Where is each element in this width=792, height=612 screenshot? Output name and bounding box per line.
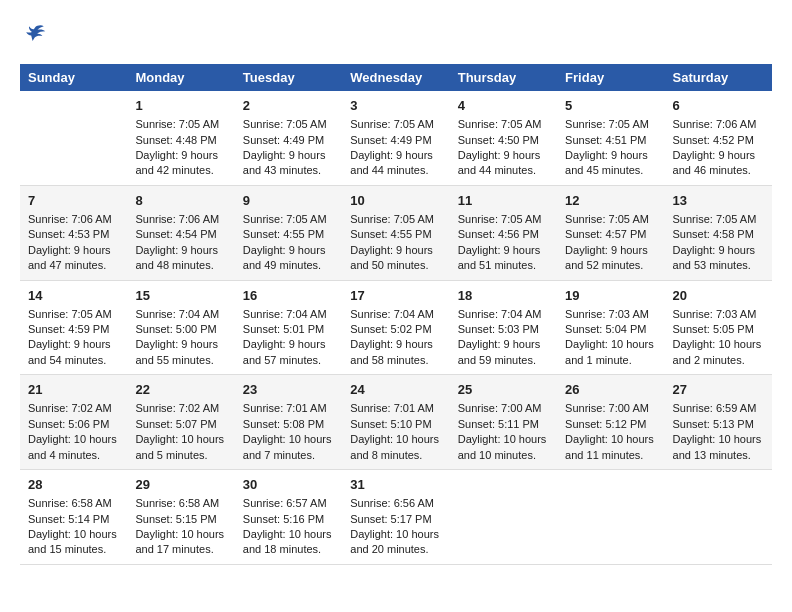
day-number: 26 [565,381,656,399]
daylight-text: Daylight: 9 hours and 52 minutes. [565,243,656,274]
day-number: 24 [350,381,441,399]
daylight-text: Daylight: 10 hours and 5 minutes. [135,432,226,463]
sunrise-text: Sunrise: 7:00 AM [565,401,656,416]
calendar-cell: 30Sunrise: 6:57 AMSunset: 5:16 PMDayligh… [235,470,342,565]
daylight-text: Daylight: 9 hours and 44 minutes. [458,148,549,179]
sunset-text: Sunset: 5:17 PM [350,512,441,527]
day-number: 27 [673,381,764,399]
daylight-text: Daylight: 9 hours and 54 minutes. [28,337,119,368]
day-number: 11 [458,192,549,210]
calendar-cell [20,91,127,185]
sunrise-text: Sunrise: 7:05 AM [350,117,441,132]
sunrise-text: Sunrise: 7:06 AM [135,212,226,227]
daylight-text: Daylight: 9 hours and 57 minutes. [243,337,334,368]
sunrise-text: Sunrise: 7:04 AM [458,307,549,322]
sunrise-text: Sunrise: 7:02 AM [28,401,119,416]
sunrise-text: Sunrise: 7:05 AM [565,117,656,132]
daylight-text: Daylight: 9 hours and 53 minutes. [673,243,764,274]
column-header-wednesday: Wednesday [342,64,449,91]
sunset-text: Sunset: 4:56 PM [458,227,549,242]
day-number: 25 [458,381,549,399]
daylight-text: Daylight: 10 hours and 15 minutes. [28,527,119,558]
daylight-text: Daylight: 10 hours and 13 minutes. [673,432,764,463]
day-number: 28 [28,476,119,494]
sunrise-text: Sunrise: 7:04 AM [350,307,441,322]
sunrise-text: Sunrise: 7:05 AM [28,307,119,322]
sunset-text: Sunset: 5:00 PM [135,322,226,337]
daylight-text: Daylight: 9 hours and 48 minutes. [135,243,226,274]
daylight-text: Daylight: 10 hours and 4 minutes. [28,432,119,463]
daylight-text: Daylight: 10 hours and 7 minutes. [243,432,334,463]
calendar-cell: 8Sunrise: 7:06 AMSunset: 4:54 PMDaylight… [127,185,234,280]
day-number: 1 [135,97,226,115]
daylight-text: Daylight: 9 hours and 49 minutes. [243,243,334,274]
day-number: 7 [28,192,119,210]
calendar-cell: 28Sunrise: 6:58 AMSunset: 5:14 PMDayligh… [20,470,127,565]
sunset-text: Sunset: 5:04 PM [565,322,656,337]
sunrise-text: Sunrise: 7:05 AM [350,212,441,227]
calendar-cell: 10Sunrise: 7:05 AMSunset: 4:55 PMDayligh… [342,185,449,280]
sunrise-text: Sunrise: 7:05 AM [673,212,764,227]
day-number: 14 [28,287,119,305]
calendar-week-row: 1Sunrise: 7:05 AMSunset: 4:48 PMDaylight… [20,91,772,185]
calendar-cell: 31Sunrise: 6:56 AMSunset: 5:17 PMDayligh… [342,470,449,565]
calendar-cell: 3Sunrise: 7:05 AMSunset: 4:49 PMDaylight… [342,91,449,185]
sunrise-text: Sunrise: 7:01 AM [350,401,441,416]
sunset-text: Sunset: 4:53 PM [28,227,119,242]
day-number: 21 [28,381,119,399]
calendar-cell: 5Sunrise: 7:05 AMSunset: 4:51 PMDaylight… [557,91,664,185]
sunset-text: Sunset: 5:15 PM [135,512,226,527]
calendar-cell: 22Sunrise: 7:02 AMSunset: 5:07 PMDayligh… [127,375,234,470]
sunset-text: Sunset: 5:11 PM [458,417,549,432]
sunset-text: Sunset: 4:55 PM [243,227,334,242]
sunset-text: Sunset: 4:51 PM [565,133,656,148]
day-number: 22 [135,381,226,399]
calendar-week-row: 14Sunrise: 7:05 AMSunset: 4:59 PMDayligh… [20,280,772,375]
daylight-text: Daylight: 9 hours and 46 minutes. [673,148,764,179]
calendar-week-row: 28Sunrise: 6:58 AMSunset: 5:14 PMDayligh… [20,470,772,565]
sunrise-text: Sunrise: 7:01 AM [243,401,334,416]
sunrise-text: Sunrise: 7:05 AM [243,117,334,132]
sunrise-text: Sunrise: 7:05 AM [458,117,549,132]
day-number: 20 [673,287,764,305]
calendar-cell: 7Sunrise: 7:06 AMSunset: 4:53 PMDaylight… [20,185,127,280]
day-number: 17 [350,287,441,305]
sunset-text: Sunset: 5:12 PM [565,417,656,432]
sunrise-text: Sunrise: 6:58 AM [28,496,119,511]
sunrise-text: Sunrise: 7:05 AM [565,212,656,227]
day-number: 6 [673,97,764,115]
day-number: 12 [565,192,656,210]
calendar-week-row: 21Sunrise: 7:02 AMSunset: 5:06 PMDayligh… [20,375,772,470]
daylight-text: Daylight: 9 hours and 58 minutes. [350,337,441,368]
sunset-text: Sunset: 5:14 PM [28,512,119,527]
sunrise-text: Sunrise: 6:59 AM [673,401,764,416]
daylight-text: Daylight: 10 hours and 18 minutes. [243,527,334,558]
sunrise-text: Sunrise: 7:05 AM [135,117,226,132]
daylight-text: Daylight: 9 hours and 51 minutes. [458,243,549,274]
calendar-cell: 15Sunrise: 7:04 AMSunset: 5:00 PMDayligh… [127,280,234,375]
sunset-text: Sunset: 4:52 PM [673,133,764,148]
sunset-text: Sunset: 4:58 PM [673,227,764,242]
sunset-text: Sunset: 5:02 PM [350,322,441,337]
calendar-cell: 6Sunrise: 7:06 AMSunset: 4:52 PMDaylight… [665,91,772,185]
daylight-text: Daylight: 9 hours and 45 minutes. [565,148,656,179]
day-number: 9 [243,192,334,210]
calendar-cell: 12Sunrise: 7:05 AMSunset: 4:57 PMDayligh… [557,185,664,280]
sunset-text: Sunset: 4:57 PM [565,227,656,242]
calendar-cell: 21Sunrise: 7:02 AMSunset: 5:06 PMDayligh… [20,375,127,470]
sunrise-text: Sunrise: 7:05 AM [243,212,334,227]
day-number: 8 [135,192,226,210]
sunset-text: Sunset: 4:49 PM [243,133,334,148]
daylight-text: Daylight: 9 hours and 43 minutes. [243,148,334,179]
column-header-monday: Monday [127,64,234,91]
daylight-text: Daylight: 10 hours and 2 minutes. [673,337,764,368]
calendar-cell: 11Sunrise: 7:05 AMSunset: 4:56 PMDayligh… [450,185,557,280]
sunset-text: Sunset: 5:01 PM [243,322,334,337]
day-number: 2 [243,97,334,115]
daylight-text: Daylight: 10 hours and 8 minutes. [350,432,441,463]
day-number: 29 [135,476,226,494]
daylight-text: Daylight: 10 hours and 11 minutes. [565,432,656,463]
sunset-text: Sunset: 4:54 PM [135,227,226,242]
logo-bird-icon [20,20,48,48]
sunrise-text: Sunrise: 7:03 AM [673,307,764,322]
